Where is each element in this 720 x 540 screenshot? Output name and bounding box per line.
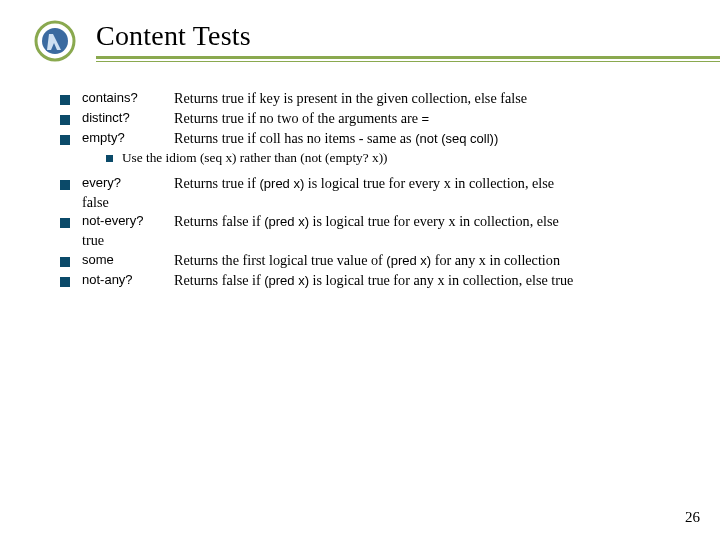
list-item: every? Returns true if (pred x) is logic…	[60, 175, 684, 193]
fn-term: distinct?	[82, 110, 174, 126]
page-number: 26	[685, 509, 700, 526]
title-rule-thick	[96, 56, 720, 59]
fn-desc: Returns false if (pred x) is logical tru…	[174, 272, 684, 290]
fn-term: not-every?	[82, 213, 174, 229]
slide-header: Content Tests	[0, 0, 720, 62]
desc-text: Returns false if	[174, 213, 264, 229]
slide-body: contains? Returns true if key is present…	[0, 62, 720, 289]
slide-title: Content Tests	[96, 20, 720, 55]
desc-code: (not (seq coll))	[415, 131, 498, 146]
sub-note: Use the idiom (seq x) rather than (not (…	[122, 150, 387, 167]
desc-code: (pred x)	[264, 214, 309, 229]
fn-desc: Returns true if coll has no items - same…	[174, 130, 684, 148]
square-bullet-icon	[60, 218, 70, 228]
square-bullet-icon	[60, 257, 70, 267]
lambda-logo-icon	[34, 20, 76, 66]
fn-term: some	[82, 252, 174, 268]
fn-term: every?	[82, 175, 174, 191]
desc-text: is logical true for any x in collection,…	[309, 272, 573, 288]
list-item: distinct? Returns true if no two of the …	[60, 110, 684, 128]
fn-term: empty?	[82, 130, 174, 146]
desc-continuation: false	[82, 194, 684, 212]
square-bullet-small-icon	[106, 155, 113, 162]
sub-list-item: Use the idiom (seq x) rather than (not (…	[106, 150, 684, 167]
fn-desc: Returns true if no two of the arguments …	[174, 110, 684, 128]
fn-term: contains?	[82, 90, 174, 106]
desc-code: (pred x)	[260, 176, 305, 191]
desc-text: Returns the first logical true value of	[174, 252, 386, 268]
desc-code: (pred x)	[386, 253, 431, 268]
desc-text: is logical true for every x in collectio…	[309, 213, 559, 229]
square-bullet-icon	[60, 277, 70, 287]
list-item: some Returns the first logical true valu…	[60, 252, 684, 270]
desc-text: Returns true if key is present in the gi…	[174, 90, 527, 106]
list-item: not-every? Returns false if (pred x) is …	[60, 213, 684, 231]
square-bullet-icon	[60, 180, 70, 190]
list-item: empty? Returns true if coll has no items…	[60, 130, 684, 148]
desc-text: for any x in collection	[431, 252, 560, 268]
square-bullet-icon	[60, 115, 70, 125]
desc-text: Returns true if	[174, 175, 260, 191]
square-bullet-icon	[60, 135, 70, 145]
fn-desc: Returns false if (pred x) is logical tru…	[174, 213, 684, 231]
fn-desc: Returns true if key is present in the gi…	[174, 90, 684, 108]
title-rule-thin	[96, 61, 720, 62]
desc-text: Returns false if	[174, 272, 264, 288]
desc-text: Returns true if coll has no items - same…	[174, 130, 415, 146]
fn-term: not-any?	[82, 272, 174, 288]
desc-code: =	[422, 111, 430, 126]
list-item: contains? Returns true if key is present…	[60, 90, 684, 108]
fn-desc: Returns true if (pred x) is logical true…	[174, 175, 684, 193]
fn-desc: Returns the first logical true value of …	[174, 252, 684, 270]
desc-continuation: true	[82, 232, 684, 250]
desc-text: Returns true if no two of the arguments …	[174, 110, 422, 126]
desc-code: (pred x)	[264, 273, 309, 288]
list-item: not-any? Returns false if (pred x) is lo…	[60, 272, 684, 290]
desc-text: is logical true for every x in collectio…	[304, 175, 554, 191]
square-bullet-icon	[60, 95, 70, 105]
